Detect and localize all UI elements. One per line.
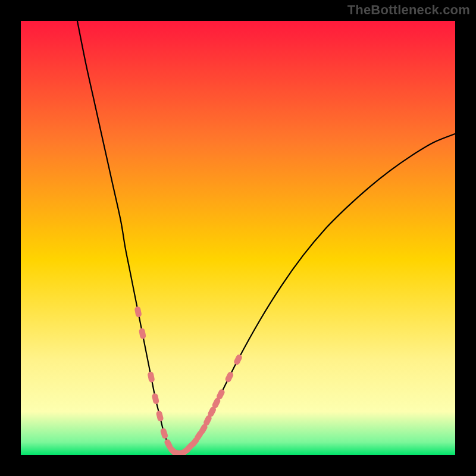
gradient-background	[21, 21, 455, 455]
chart-frame: TheBottleneck.com	[0, 0, 476, 476]
bottleneck-chart	[21, 21, 455, 455]
plot-area	[21, 21, 455, 455]
watermark-text: TheBottleneck.com	[347, 2, 470, 18]
